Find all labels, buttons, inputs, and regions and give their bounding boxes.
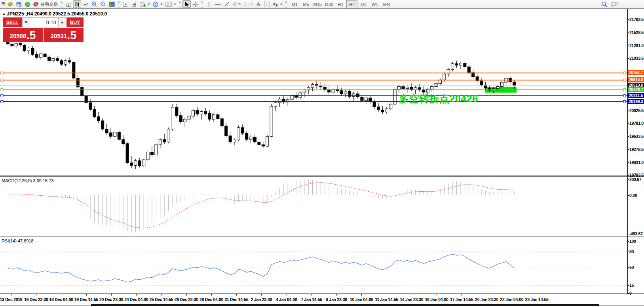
periods-caret [160,4,163,5]
search-icon[interactable] [601,1,608,8]
pane-splitter[interactable] [0,175,644,177]
equidistant-channel-tool-button[interactable]: E [231,0,242,8]
one-click-trading-panel: SELL BUY 20508.5 20531.5 [3,17,84,42]
candle-body [467,67,470,72]
candle-body [501,82,503,86]
zoom-in-icon [91,1,97,7]
chart-scrollbar-thumb[interactable] [91,304,599,306]
horizontal-line-tool-button[interactable] [213,0,222,8]
vertical-line-tool-button[interactable] [205,0,213,8]
tf-m15-button[interactable]: M15 [312,0,323,8]
line-handle[interactable] [623,95,626,97]
zoom-out-icon [100,1,106,7]
trendline-tool-button[interactable] [222,0,231,8]
tile-windows-button[interactable] [108,0,116,8]
time-axis: 13 Dec 201816 Dec 23:3018 Dec 04:0019 De… [0,294,644,304]
line-handle[interactable] [1,101,3,103]
candle-body [114,132,116,136]
line-handle[interactable] [623,89,626,91]
autotrade-button[interactable]: 自动交易 [32,0,59,8]
order-button[interactable]: 单 [1,1,6,8]
pane-splitter[interactable] [0,236,644,237]
candle-body [52,59,55,61]
time-tick [86,294,87,296]
fibonacci-tool-button[interactable]: F [243,0,254,8]
tf-w1-button[interactable]: W1 [369,0,380,8]
buy-button[interactable]: BUY [66,17,84,27]
candle-body [23,45,26,51]
candle-body [274,103,277,106]
periods-button[interactable] [152,0,164,8]
candle-body [19,44,22,45]
rsi-title: RSI(14) [2,238,17,243]
time-tick [161,294,161,296]
chart-shift-button[interactable] [130,0,138,8]
volume-input[interactable] [30,17,58,27]
time-axis-label: 16 Jan 04:00 [425,297,448,302]
price-tick [627,46,629,46]
candle-body [225,126,228,136]
chat-icon[interactable] [611,1,619,8]
line-handle[interactable] [1,72,3,74]
arrows-tool-button[interactable] [272,0,284,8]
line-handle[interactable] [1,79,3,81]
volume-down-button[interactable] [22,17,30,27]
collapse-marker-icon[interactable]: ▲ [2,12,6,15]
arrows-caret [280,4,283,5]
chart-text-annotation[interactable]: 多空转折点20426 [399,92,478,105]
candlestick-mode-button[interactable] [73,0,81,8]
time-axis-label: 11 Jan 14:55 [375,297,398,302]
tf-h4-button[interactable]: H4 [346,0,357,8]
macd-axis-label: 203.67 [629,177,641,182]
bar-chart-mode-button[interactable] [64,0,72,8]
sell-price[interactable]: 20508.5 [3,28,43,42]
time-tick [136,294,137,296]
channel-icon [232,2,239,7]
autotrade-icon [33,2,39,7]
fibonacci-icon [244,2,250,7]
volume-up-button[interactable] [58,17,66,27]
line-handle[interactable] [1,95,3,97]
tf-d1-button[interactable]: D1 [358,0,369,8]
chart-area[interactable]: ▲ JPN225-,H4 20490.0 20522.5 20455.0 205… [0,9,644,307]
new-chart-button[interactable] [139,0,151,8]
line-handle[interactable] [623,72,626,74]
templates-button[interactable] [164,0,177,8]
candle-body [184,119,186,122]
candle-body [93,109,96,116]
tf-mn-button[interactable]: MN [381,0,392,8]
price-tick [627,136,629,137]
market-watch-button[interactable] [15,0,23,8]
line-chart-mode-button[interactable] [82,0,90,8]
candle-body [414,88,417,90]
cursor-tool-button[interactable] [182,0,191,8]
candle-body [60,61,63,64]
zoom-in-button[interactable] [90,0,99,8]
tf-m30-button[interactable]: M30 [323,0,334,8]
text-tool-button[interactable]: A [254,0,262,8]
sell-button[interactable]: SELL [3,17,22,27]
candle-body [72,62,75,78]
price-tick [627,111,629,111]
price-axis-label: 21033.5 [629,56,644,61]
candle-body [398,86,401,89]
candle-body [245,133,248,139]
new-order-button[interactable] [6,0,14,8]
line-handle[interactable] [623,79,626,81]
horizontal-line-icon [215,2,221,7]
price-axis-label: 19031.0 [629,160,644,165]
time-axis-label: 22 Jan 04:00 [500,297,523,302]
crosshair-tool-button[interactable] [191,0,199,8]
tf-m5-button[interactable]: M5 [300,0,312,8]
macd-pane [0,177,644,236]
line-handle[interactable] [623,101,626,103]
zoom-out-button[interactable] [99,0,107,8]
time-axis-label: 20 Dec 23:30 [99,297,123,302]
buy-price[interactable]: 20531.5 [44,28,84,42]
auto-scroll-button[interactable] [121,0,129,8]
text-label-tool-button[interactable]: T [263,0,271,8]
line-handle[interactable] [1,89,3,91]
signals-button[interactable] [23,0,32,8]
tf-m1-button[interactable]: M1 [289,0,300,8]
tf-h1-button[interactable]: H1 [335,0,346,8]
